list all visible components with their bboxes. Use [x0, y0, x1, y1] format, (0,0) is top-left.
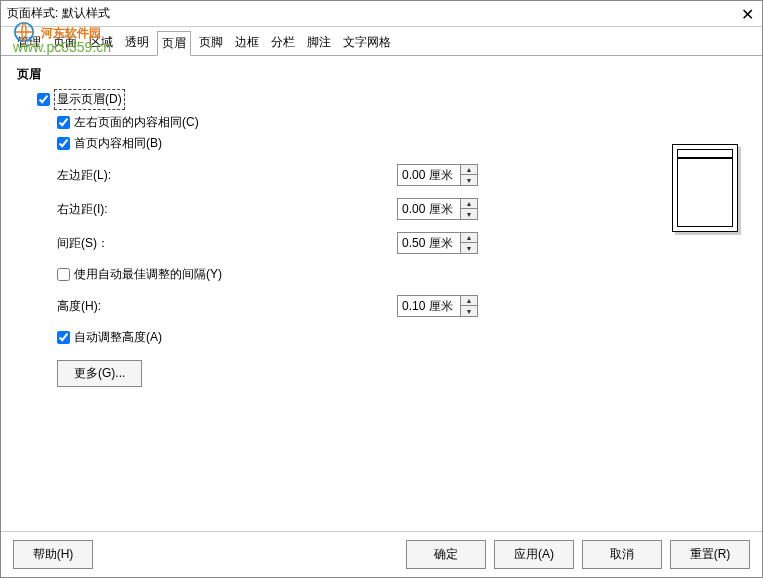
auto-spacing-input[interactable] — [57, 268, 70, 281]
spinner-up-icon[interactable]: ▲ — [461, 199, 477, 209]
right-margin-input[interactable] — [398, 200, 460, 218]
right-margin-spinner[interactable]: ▲ ▼ — [397, 198, 478, 220]
ok-button[interactable]: 确定 — [406, 540, 486, 569]
tab-border[interactable]: 边框 — [231, 31, 263, 55]
cancel-button[interactable]: 取消 — [582, 540, 662, 569]
height-spinner[interactable]: ▲ ▼ — [397, 295, 478, 317]
show-header-label: 显示页眉(D) — [54, 89, 125, 110]
content-panel: 页眉 显示页眉(D) 左右页面的内容相同(C) 首页内容相同(B) 左边距(L)… — [1, 56, 762, 397]
height-input[interactable] — [398, 297, 460, 315]
tab-area[interactable]: 区域 — [85, 31, 117, 55]
spinner-down-icon[interactable]: ▼ — [461, 175, 477, 185]
titlebar: 页面样式: 默认样式 ✕ — [1, 1, 762, 27]
section-title: 页眉 — [17, 66, 746, 83]
dialog-footer: 帮助(H) 确定 应用(A) 取消 重置(R) — [1, 531, 762, 577]
left-margin-input[interactable] — [398, 166, 460, 184]
window-title: 页面样式: 默认样式 — [7, 5, 110, 22]
left-margin-label: 左边距(L): — [57, 167, 397, 184]
same-leftright-input[interactable] — [57, 116, 70, 129]
show-header-checkbox[interactable]: 显示页眉(D) — [37, 89, 125, 110]
page-preview — [672, 144, 738, 232]
tab-transparency[interactable]: 透明 — [121, 31, 153, 55]
reset-button[interactable]: 重置(R) — [670, 540, 750, 569]
auto-height-checkbox[interactable]: 自动调整高度(A) — [57, 329, 162, 346]
same-firstpage-label: 首页内容相同(B) — [74, 135, 162, 152]
tab-textgrid[interactable]: 文字网格 — [339, 31, 395, 55]
same-leftright-checkbox[interactable]: 左右页面的内容相同(C) — [57, 114, 199, 131]
right-margin-label: 右边距(I): — [57, 201, 397, 218]
spacing-spinner[interactable]: ▲ ▼ — [397, 232, 478, 254]
tab-footer[interactable]: 页脚 — [195, 31, 227, 55]
tab-footnote[interactable]: 脚注 — [303, 31, 335, 55]
tab-bar: 管理 页面 区域 透明 页眉 页脚 边框 分栏 脚注 文字网格 — [1, 27, 762, 56]
spacing-label: 间距(S)： — [57, 235, 397, 252]
auto-height-label: 自动调整高度(A) — [74, 329, 162, 346]
auto-spacing-checkbox[interactable]: 使用自动最佳调整的间隔(Y) — [57, 266, 222, 283]
auto-height-input[interactable] — [57, 331, 70, 344]
spinner-down-icon[interactable]: ▼ — [461, 209, 477, 219]
more-button[interactable]: 更多(G)... — [57, 360, 142, 387]
spinner-down-icon[interactable]: ▼ — [461, 243, 477, 253]
spinner-up-icon[interactable]: ▲ — [461, 296, 477, 306]
auto-spacing-label: 使用自动最佳调整的间隔(Y) — [74, 266, 222, 283]
left-margin-spinner[interactable]: ▲ ▼ — [397, 164, 478, 186]
spacing-input[interactable] — [398, 234, 460, 252]
height-label: 高度(H): — [57, 298, 397, 315]
close-icon[interactable]: ✕ — [741, 5, 754, 24]
apply-button[interactable]: 应用(A) — [494, 540, 574, 569]
tab-columns[interactable]: 分栏 — [267, 31, 299, 55]
tab-manage[interactable]: 管理 — [13, 31, 45, 55]
help-button[interactable]: 帮助(H) — [13, 540, 93, 569]
show-header-input[interactable] — [37, 93, 50, 106]
spinner-up-icon[interactable]: ▲ — [461, 233, 477, 243]
tab-page[interactable]: 页面 — [49, 31, 81, 55]
spinner-up-icon[interactable]: ▲ — [461, 165, 477, 175]
tab-header[interactable]: 页眉 — [157, 31, 191, 56]
same-firstpage-input[interactable] — [57, 137, 70, 150]
same-leftright-label: 左右页面的内容相同(C) — [74, 114, 199, 131]
same-firstpage-checkbox[interactable]: 首页内容相同(B) — [57, 135, 162, 152]
spinner-down-icon[interactable]: ▼ — [461, 306, 477, 316]
